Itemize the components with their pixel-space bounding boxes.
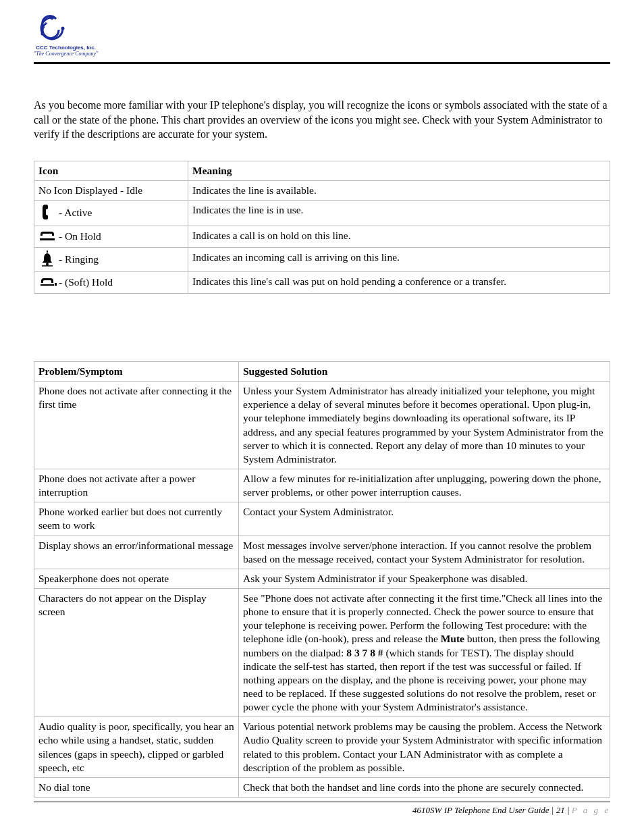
solution-cell: Allow a few minutes for re-initializatio…: [239, 469, 610, 502]
meaning-cell: Indicates an incoming call is arriving o…: [188, 248, 610, 272]
svg-point-0: [50, 16, 54, 20]
svg-rect-3: [40, 238, 55, 240]
svg-rect-8: [55, 283, 57, 286]
problem-cell: Phone does not activate after a power in…: [34, 469, 239, 502]
icon-cell: - On Hold: [34, 226, 188, 248]
troubleshooting-table: Problem/Symptom Suggested Solution Phone…: [34, 361, 610, 798]
solution-header: Suggested Solution: [239, 362, 610, 382]
table-row: No dial toneCheck that both the handset …: [34, 777, 610, 797]
table-row: Phone does not activate after a power in…: [34, 469, 610, 502]
solution-cell: Check that both the handset and line cor…: [239, 777, 610, 797]
table-row: Phone worked earlier but does not curren…: [34, 502, 610, 536]
footer-doc-title: 4610SW IP Telephone End User Guide: [412, 805, 549, 815]
icon-label: - Ringing: [59, 253, 99, 266]
table-row: - RingingIndicates an incoming call is a…: [34, 248, 610, 272]
svg-rect-7: [41, 284, 54, 286]
solution-cell: See "Phone does not activate after conne…: [239, 589, 610, 717]
meaning-cell: Indicates the line is available.: [188, 180, 610, 200]
company-logo: CCC Technologies, Inc. "The Convergence …: [34, 14, 98, 57]
solution-cell: Ask your System Administrator if your Sp…: [239, 569, 610, 588]
table-row: - ActiveIndicates the line is in use.: [34, 201, 610, 226]
solution-cell: Unless your System Administrator has alr…: [239, 382, 610, 469]
table-row: Audio quality is poor, specifically, you…: [34, 717, 610, 778]
svg-rect-4: [47, 251, 48, 253]
bell-icon: [41, 251, 54, 267]
footer-page-number: 21: [556, 805, 565, 815]
logo-brand-text: CCC Technologies, Inc.: [34, 45, 98, 51]
problem-header: Problem/Symptom: [34, 362, 239, 382]
solution-cell: Most messages involve server/phone inter…: [239, 536, 610, 569]
problem-cell: Characters do not appear on the Display …: [34, 589, 239, 717]
meaning-cell: Indicates a call is on hold on this line…: [188, 226, 610, 248]
icon-label: - Active: [59, 206, 92, 219]
icon-cell: - Ringing: [34, 248, 188, 272]
svg-point-5: [46, 263, 49, 265]
solution-cell: Various potential network problems may b…: [239, 717, 610, 778]
icon-cell: - (Soft) Hold: [34, 272, 188, 294]
solution-cell: Contact your System Administrator.: [239, 502, 610, 536]
meaning-header: Meaning: [188, 161, 610, 180]
problem-cell: Audio quality is poor, specifically, you…: [34, 717, 239, 778]
problem-cell: Phone worked earlier but does not curren…: [34, 502, 239, 536]
problem-cell: Display shows an error/informational mes…: [34, 536, 239, 569]
meaning-cell: Indicates the line is in use.: [188, 201, 610, 226]
page-header: CCC Technologies, Inc. "The Convergence …: [34, 14, 610, 64]
svg-point-2: [41, 32, 45, 36]
icon-header: Icon: [34, 161, 188, 180]
icon-label: - (Soft) Hold: [59, 276, 113, 289]
problem-cell: Speakerphone does not operate: [34, 569, 239, 588]
logo-tagline-text: "The Convergence Company": [34, 51, 98, 57]
svg-point-1: [61, 27, 65, 30]
icon-cell: No Icon Displayed - Idle: [34, 180, 188, 200]
problem-cell: Phone does not activate after connecting…: [34, 382, 239, 469]
icon-cell: - Active: [34, 201, 188, 226]
hold-icon: [38, 229, 56, 242]
handset-icon: [41, 203, 53, 221]
problem-cell: No dial tone: [34, 777, 239, 797]
table-row: Speakerphone does not operateAsk your Sy…: [34, 569, 610, 588]
table-row: - (Soft) HoldIndicates this line's call …: [34, 272, 610, 294]
intro-paragraph: As you become more familiar with your IP…: [34, 98, 610, 142]
footer-page-word: P a g e: [572, 805, 610, 815]
logo-swirl-icon: [34, 14, 70, 43]
table-row: No Icon Displayed - IdleIndicates the li…: [34, 180, 610, 200]
icon-meaning-table: Icon Meaning No Icon Displayed - IdleInd…: [34, 161, 610, 294]
table-row: Display shows an error/informational mes…: [34, 536, 610, 569]
table-row: Characters do not appear on the Display …: [34, 589, 610, 717]
soft-hold-icon: [38, 275, 57, 288]
icon-label: - On Hold: [59, 230, 101, 243]
page-footer: 4610SW IP Telephone End User Guide | 21 …: [34, 802, 610, 816]
table-row: Phone does not activate after connecting…: [34, 382, 610, 469]
meaning-cell: Indicates this line's call was put on ho…: [188, 272, 610, 294]
table-row: - On HoldIndicates a call is on hold on …: [34, 226, 610, 248]
svg-rect-6: [42, 265, 53, 267]
